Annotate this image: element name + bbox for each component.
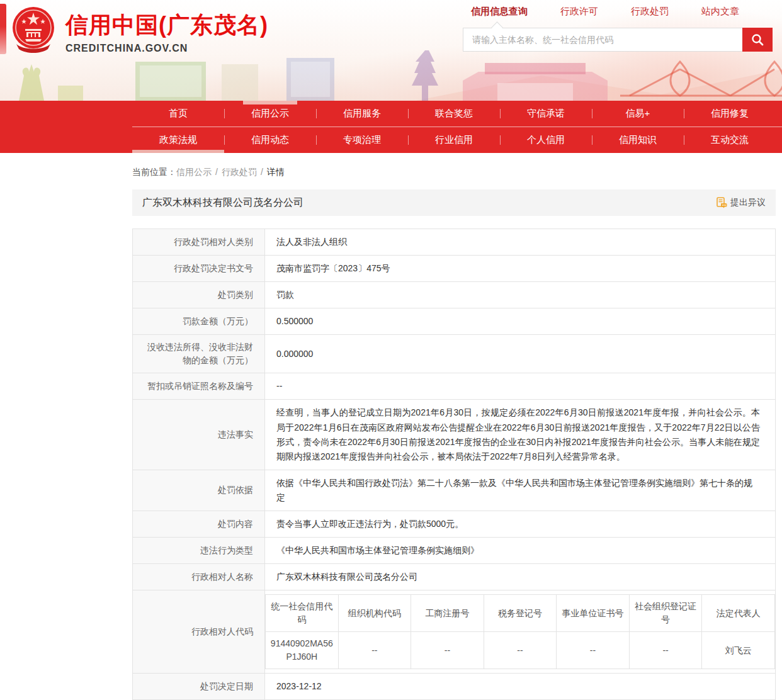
nav-item-personal-credit[interactable]: 个人信用 (500, 127, 592, 153)
quick-link-credit-info-query[interactable]: 信用信息查询 (471, 6, 528, 18)
nav-item-home[interactable]: 首页 (132, 101, 224, 127)
nav-row-1: 首页 信用公示 信用服务 联合奖惩 守信承诺 信易+ 信用修复 (132, 101, 776, 127)
dissent-icon (717, 197, 727, 208)
breadcrumb-separator: / (261, 167, 263, 177)
table-row-illegal-facts: 违法事实经查明，当事人的登记成立日期为2021年6月30日，按规定必须在2022… (133, 400, 775, 470)
entity-codes-value-row: 91440902MA56P1J60H -- -- -- -- -- 刘飞云 (266, 632, 775, 669)
site-header-banner: 信用中国(广东茂名) CREDITCHINA.GOV.CN 信用信息查询 行政许… (0, 0, 782, 101)
table-row: 罚款金额（万元）0.500000 (133, 308, 775, 335)
table-row: 行政处罚相对人类别法人及非法人组织 (133, 229, 775, 256)
city-skyline-illustration (0, 50, 782, 101)
search-icon (751, 33, 764, 47)
left-edge-ornament (0, 4, 6, 54)
quick-link-admin-license[interactable]: 行政许可 (560, 6, 598, 18)
table-row: 暂扣或吊销证照名称及编号-- (133, 373, 775, 400)
national-emblem-icon (10, 5, 57, 55)
penalty-detail-table: 行政处罚相对人类别法人及非法人组织 行政处罚决定书文号茂南市监罚字〔2023〕4… (132, 229, 776, 700)
entity-codes-header-row: 统一社会信用代码 组织机构代码 工商注册号 税务登记号 事业单位证书号 社会组织… (266, 595, 775, 632)
search-bar (463, 28, 773, 52)
nav-item-credit-knowledge[interactable]: 信用知识 (592, 127, 684, 153)
table-row: 处罚类别罚款 (133, 282, 775, 308)
main-navigation: 首页 信用公示 信用服务 联合奖惩 守信承诺 信易+ 信用修复 政策法规 信用动… (0, 101, 782, 153)
table-row: 处罚依据依据《中华人民共和国行政处罚法》第二十八条第一款及《中华人民共和国市场主… (133, 470, 775, 511)
page-title: 广东双木林科技有限公司茂名分公司 (142, 196, 303, 210)
breadcrumb: 当前位置：信用公示/行政处罚/详情 (132, 167, 782, 178)
dissent-label: 提出异议 (730, 197, 766, 208)
quick-link-admin-penalty[interactable]: 行政处罚 (631, 6, 669, 18)
entity-codes-table: 统一社会信用代码 组织机构代码 工商注册号 税务登记号 事业单位证书号 社会组织… (265, 594, 775, 669)
site-domain: CREDITCHINA.GOV.CN (65, 43, 268, 54)
search-button[interactable] (742, 28, 773, 52)
nav-item-industry-credit[interactable]: 行业信用 (408, 127, 500, 153)
site-logo[interactable]: 信用中国(广东茂名) CREDITCHINA.GOV.CN (10, 5, 268, 55)
nav-item-credit-news[interactable]: 信用动态 (224, 127, 316, 153)
quick-link-site-articles[interactable]: 站内文章 (701, 6, 739, 18)
nav-item-policies-regulations[interactable]: 政策法规 (132, 127, 224, 153)
table-row: 处罚决定日期2023-12-12 (133, 674, 775, 700)
nav-item-xinyi-plus[interactable]: 信易+ (592, 101, 684, 127)
main-content: 广东双木林科技有限公司茂名分公司 提出异议 行政处罚相对人类别法人及非法人组织 … (132, 189, 776, 700)
nav-item-interactive-exchange[interactable]: 互动交流 (684, 127, 776, 153)
breadcrumb-credit-publicity[interactable]: 信用公示 (176, 167, 212, 177)
raise-dissent-button[interactable]: 提出异议 (717, 197, 766, 208)
nav-item-credit-services[interactable]: 信用服务 (316, 101, 408, 127)
table-row: 没收违法所得、没收非法财物的金额（万元）0.000000 (133, 335, 775, 373)
nav-item-trust-commitment[interactable]: 守信承诺 (500, 101, 592, 127)
table-row: 行政相对人名称广东双木林科技有限公司茂名分公司 (133, 564, 775, 590)
nav-item-credit-publicity[interactable]: 信用公示 (224, 101, 316, 127)
nav-item-special-governance[interactable]: 专项治理 (316, 127, 408, 153)
breadcrumb-separator: / (215, 167, 218, 177)
header-search-area: 信用信息查询 行政许可 行政处罚 站内文章 (463, 6, 773, 52)
breadcrumb-prefix: 当前位置： (132, 167, 176, 177)
breadcrumb-admin-penalty[interactable]: 行政处罚 (222, 167, 257, 177)
table-row: 处罚内容责令当事人立即改正违法行为，处罚款5000元。 (133, 511, 775, 538)
nav-item-joint-reward-punishment[interactable]: 联合奖惩 (408, 101, 500, 127)
search-input[interactable] (463, 28, 742, 52)
site-title: 信用中国(广东茂名) (65, 13, 268, 38)
nav-item-credit-repair[interactable]: 信用修复 (684, 101, 776, 127)
quick-nav: 信用信息查询 行政许可 行政处罚 站内文章 (463, 6, 773, 18)
breadcrumb-current: 详情 (267, 167, 285, 177)
table-row: 违法行为类型《中华人民共和国市场主体登记管理条例实施细则》 (133, 538, 775, 564)
nav-row-2: 政策法规 信用动态 专项治理 行业信用 个人信用 信用知识 互动交流 (132, 127, 776, 153)
detail-title-bar: 广东双木林科技有限公司茂名分公司 提出异议 (132, 189, 776, 216)
unified-social-credit-code: 91440902MA56P1J60H (266, 632, 339, 669)
legal-representative: 刘飞云 (702, 632, 775, 669)
table-row-entity-codes: 行政相对人代码 统一社会信用代码 组织机构代码 工商注册号 税务登记号 事业单位… (133, 590, 775, 674)
logo-text: 信用中国(广东茂名) CREDITCHINA.GOV.CN (65, 5, 268, 54)
active-tab-indicator (243, 101, 297, 104)
table-row: 行政处罚决定书文号茂南市监罚字〔2023〕475号 (133, 256, 775, 282)
hover-indicator (132, 150, 224, 153)
